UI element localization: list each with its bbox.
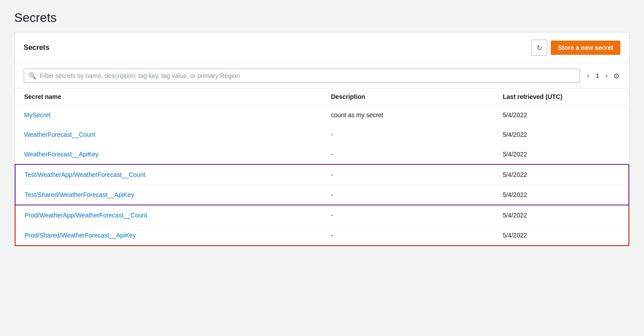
secret-link[interactable]: Test/WeatherApp/WeatherForecast__Count bbox=[25, 171, 145, 178]
description-cell: - bbox=[322, 144, 494, 164]
secret-name-cell: WeatherForecast__ApiKey bbox=[15, 144, 322, 164]
purple-group: Test/WeatherApp/WeatherForecast__Count -… bbox=[15, 164, 629, 205]
table-settings-button[interactable]: ⚙ bbox=[612, 71, 620, 81]
prev-icon: ‹ bbox=[587, 72, 589, 79]
table-row: Prod/WeatherApp/WeatherForecast__Count -… bbox=[15, 205, 629, 225]
secret-link[interactable]: Prod/WeatherApp/WeatherForecast__Count bbox=[25, 212, 147, 219]
description-cell: - bbox=[322, 164, 494, 185]
secret-name-cell: WeatherForecast__Count bbox=[15, 125, 322, 144]
secret-link[interactable]: WeatherForecast__Count bbox=[24, 131, 95, 138]
secret-link[interactable]: Test/Shared/WeatherForecast__ApiKey bbox=[25, 191, 134, 198]
panel-header: Secrets ↻ Store a new secret bbox=[15, 33, 629, 63]
secrets-panel: Secrets ↻ Store a new secret 🔍 ‹ 1 › bbox=[14, 32, 630, 246]
filter-row: 🔍 ‹ 1 › ⚙ bbox=[15, 63, 629, 89]
settings-icon: ⚙ bbox=[613, 72, 619, 80]
col-header-date: Last retrieved (UTC) bbox=[494, 89, 629, 105]
page-number: 1 bbox=[594, 72, 601, 79]
normal-group: MySecret count as my secret 5/4/2022 bbox=[15, 105, 629, 125]
secret-name-cell: Test/WeatherApp/WeatherForecast__Count bbox=[15, 164, 322, 185]
table-row: Prod/Shared/WeatherForecast__ApiKey - 5/… bbox=[15, 225, 629, 246]
secret-link[interactable]: WeatherForecast__ApiKey bbox=[24, 151, 99, 158]
date-cell: 5/4/2022 bbox=[494, 225, 629, 246]
store-secret-button[interactable]: Store a new secret bbox=[551, 41, 620, 55]
page-title: Secrets bbox=[14, 11, 630, 25]
secret-name-cell: MySecret bbox=[15, 105, 322, 125]
table-row: WeatherForecast__Count - 5/4/2022 bbox=[15, 125, 629, 144]
date-cell: 5/4/2022 bbox=[494, 105, 629, 125]
date-cell: 5/4/2022 bbox=[494, 185, 629, 205]
description-cell: - bbox=[322, 205, 494, 225]
table-header-row: Secret name Description Last retrieved (… bbox=[15, 89, 629, 105]
date-cell: 5/4/2022 bbox=[494, 125, 629, 144]
table-row: Test/WeatherApp/WeatherForecast__Count -… bbox=[15, 164, 629, 185]
col-header-description: Description bbox=[322, 89, 494, 105]
normal-group: WeatherForecast__Count - 5/4/2022 bbox=[15, 125, 629, 144]
next-page-button[interactable]: › bbox=[604, 71, 610, 81]
secret-link[interactable]: MySecret bbox=[24, 111, 50, 119]
secret-name-cell: Prod/Shared/WeatherForecast__ApiKey bbox=[15, 225, 322, 246]
red-group: Prod/WeatherApp/WeatherForecast__Count -… bbox=[15, 205, 629, 246]
secret-link[interactable]: Prod/Shared/WeatherForecast__ApiKey bbox=[25, 232, 136, 239]
panel-title: Secrets bbox=[24, 44, 50, 52]
search-input[interactable] bbox=[40, 72, 575, 79]
secret-name-cell: Test/Shared/WeatherForecast__ApiKey bbox=[15, 185, 322, 205]
table-container: Secret name Description Last retrieved (… bbox=[15, 89, 629, 246]
table-row: WeatherForecast__ApiKey - 5/4/2022 bbox=[15, 144, 629, 164]
pagination-controls: ‹ 1 › ⚙ bbox=[585, 71, 620, 81]
description-cell: - bbox=[322, 185, 494, 205]
table-row: MySecret count as my secret 5/4/2022 bbox=[15, 105, 629, 125]
date-cell: 5/4/2022 bbox=[494, 144, 629, 164]
normal-group: WeatherForecast__ApiKey - 5/4/2022 bbox=[15, 144, 629, 164]
col-header-name: Secret name bbox=[15, 89, 322, 105]
refresh-button[interactable]: ↻ bbox=[531, 40, 547, 56]
prev-page-button[interactable]: ‹ bbox=[585, 71, 591, 81]
date-cell: 5/4/2022 bbox=[494, 164, 629, 185]
date-cell: 5/4/2022 bbox=[494, 205, 629, 225]
description-cell: count as my secret bbox=[322, 105, 494, 125]
description-cell: - bbox=[322, 125, 494, 144]
description-cell: - bbox=[322, 225, 494, 246]
secrets-table: Secret name Description Last retrieved (… bbox=[15, 89, 629, 246]
table-row: Test/Shared/WeatherForecast__ApiKey - 5/… bbox=[15, 185, 629, 205]
header-actions: ↻ Store a new secret bbox=[531, 40, 620, 56]
search-icon: 🔍 bbox=[29, 72, 36, 79]
next-icon: › bbox=[606, 72, 608, 79]
secret-name-cell: Prod/WeatherApp/WeatherForecast__Count bbox=[15, 205, 322, 225]
search-container: 🔍 bbox=[24, 69, 580, 83]
refresh-icon: ↻ bbox=[537, 44, 542, 52]
